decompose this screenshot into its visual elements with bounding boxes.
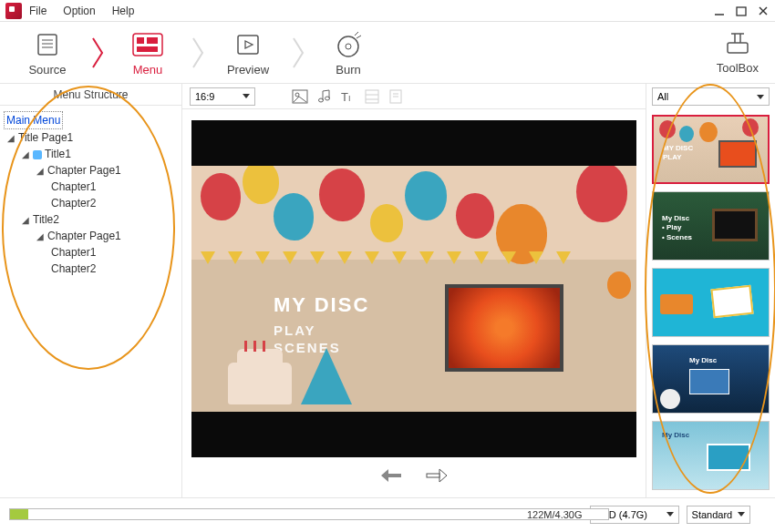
svg-text:I: I	[348, 94, 351, 103]
menu-option[interactable]: Option	[63, 5, 95, 17]
menu-structure-header: Menu Structure	[0, 84, 181, 106]
music-tool-icon[interactable]	[317, 89, 332, 104]
quality-dropdown[interactable]: Standard	[687, 506, 750, 524]
svg-marker-34	[381, 469, 388, 482]
svg-rect-4	[38, 35, 57, 55]
image-tool-icon[interactable]	[292, 89, 308, 104]
svg-rect-35	[388, 474, 401, 477]
template-thumbnail-5[interactable]: My Disc	[652, 421, 770, 490]
svg-point-14	[338, 36, 358, 56]
tree-title1-chapterpage1[interactable]: ◢Chapter Page1	[4, 162, 178, 179]
svg-rect-28	[366, 90, 378, 103]
svg-rect-12	[238, 36, 258, 54]
svg-point-23	[295, 93, 299, 97]
svg-point-15	[346, 44, 351, 49]
prev-page-icon[interactable]	[379, 466, 403, 485]
toolbox-icon	[724, 30, 751, 56]
menu-preview-canvas[interactable]: MY DISC PLAY SCENES	[191, 120, 636, 457]
source-icon	[34, 31, 61, 58]
status-bar: 122M/4.30G DVD (4.7G) Standard	[0, 497, 775, 530]
maximize-icon[interactable]	[735, 5, 748, 17]
stage-source-label: Source	[7, 63, 88, 77]
minimize-icon[interactable]	[713, 5, 726, 17]
svg-line-16	[355, 32, 358, 36]
stage-preview-label: Preview	[208, 63, 288, 77]
disc-usage-bar	[9, 508, 609, 520]
preview-toolbar: 16:9 TI	[182, 84, 646, 109]
svg-rect-37	[427, 474, 439, 477]
tree-main-menu[interactable]: Main Menu	[4, 111, 63, 129]
menu-help[interactable]: Help	[112, 5, 135, 17]
stage-burn-label: Burn	[308, 63, 388, 77]
disc-menu-text[interactable]: MY DISC PLAY SCENES	[274, 293, 369, 355]
stage-menu[interactable]: Menu	[108, 28, 188, 77]
preview-panel: 16:9 TI	[182, 84, 646, 497]
template-filter-dropdown[interactable]: All	[652, 87, 770, 106]
stage-menu-label: Menu	[108, 63, 188, 77]
tree-title1[interactable]: ◢Title1	[4, 146, 178, 162]
svg-text:T: T	[341, 90, 348, 104]
svg-line-17	[356, 36, 361, 38]
svg-rect-11	[137, 46, 158, 52]
svg-marker-36	[439, 469, 447, 482]
menu-structure-panel: Menu Structure Main Menu ◢Title Page1 ◢T…	[0, 84, 182, 497]
chapter-tool-icon[interactable]	[388, 89, 403, 104]
tree-title2-chapter2[interactable]: Chapter2	[4, 261, 178, 277]
toolbox-label: ToolBox	[717, 61, 759, 75]
svg-rect-8	[133, 34, 162, 56]
tree-title2[interactable]: ◢Title2	[4, 211, 178, 228]
stage-nav: Source Menu Preview Burn ToolBox	[0, 22, 775, 84]
menu-tree: Main Menu ◢Title Page1 ◢Title1 ◢Chapter …	[0, 106, 181, 282]
tree-title1-chapter1[interactable]: Chapter1	[4, 179, 178, 195]
stage-preview[interactable]: Preview	[208, 28, 288, 77]
tree-title2-chapterpage1[interactable]: ◢Chapter Page1	[4, 228, 178, 244]
menu-stage-icon	[132, 33, 163, 56]
disc-usage-text: 122M/4.30G	[527, 509, 583, 520]
svg-rect-18	[728, 43, 748, 53]
menu-video-thumbnail[interactable]	[445, 284, 563, 372]
title-bar: File Option Help	[0, 0, 775, 22]
next-page-icon[interactable]	[425, 466, 449, 485]
app-logo-icon	[5, 3, 22, 19]
stage-source[interactable]: Source	[7, 28, 88, 77]
close-icon[interactable]	[757, 5, 770, 17]
tree-title1-chapter2[interactable]: Chapter2	[4, 195, 178, 211]
template-thumbnail-4[interactable]: My Disc	[652, 344, 770, 414]
svg-marker-13	[245, 41, 253, 48]
templates-panel: All MY DISCPLAY My Disc• Play• Scenes My…	[646, 84, 775, 497]
toolbox-button[interactable]: ToolBox	[717, 30, 759, 75]
stage-burn[interactable]: Burn	[308, 28, 388, 77]
preview-icon	[234, 31, 262, 58]
tree-title-page1[interactable]: ◢Title Page1	[4, 129, 178, 146]
burn-icon	[335, 31, 362, 58]
text-tool-icon[interactable]: TI	[341, 89, 356, 104]
template-thumbnail-2[interactable]: My Disc• Play• Scenes	[652, 191, 770, 261]
svg-rect-10	[147, 37, 158, 44]
svg-rect-1	[737, 7, 746, 15]
aspect-ratio-dropdown[interactable]: 16:9	[190, 87, 255, 106]
svg-rect-9	[137, 37, 144, 44]
grid-tool-icon[interactable]	[365, 89, 379, 104]
tree-title2-chapter1[interactable]: Chapter1	[4, 244, 178, 261]
template-thumbnail-1[interactable]: MY DISCPLAY	[652, 115, 770, 184]
template-thumbnail-3[interactable]	[652, 268, 770, 337]
menu-file[interactable]: File	[29, 5, 46, 17]
